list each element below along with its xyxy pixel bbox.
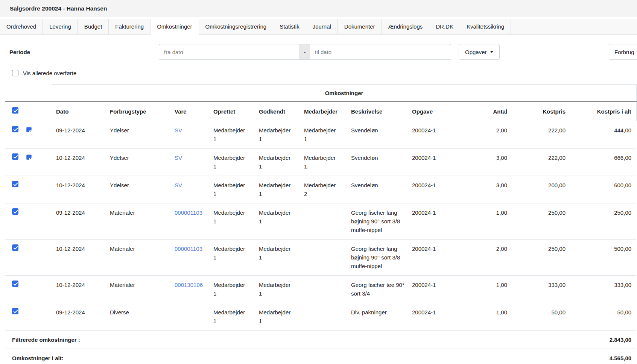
cell-antal: 3,00: [464, 149, 512, 176]
cell-godkendt: Medarbejder 1: [255, 276, 300, 303]
period-label: Periode: [9, 49, 159, 55]
tab-bar: OrdrehovedLeveringBudgetFaktureringOmkos…: [0, 19, 637, 35]
total-costs-row: Omkostninger i alt: 4.565,00: [5, 349, 636, 364]
tab-levering[interactable]: Levering: [43, 19, 78, 34]
cell-medarbejder: Medarbejder 1: [300, 121, 347, 149]
cell-medarbejder: [300, 276, 347, 303]
table-group-header: Omkostninger: [52, 85, 636, 102]
row-select-checkbox[interactable]: [12, 308, 18, 314]
tab-budget[interactable]: Budget: [78, 19, 109, 34]
forbrug-button[interactable]: Forbrug: [609, 44, 637, 60]
tab-kvalitetssikring[interactable]: Kvalitetssikring: [460, 19, 511, 34]
table-row: 09-12-2024DiverseMedarbejder 1Medarbejde…: [5, 303, 636, 331]
vare-link[interactable]: SV: [175, 182, 182, 188]
col-header-dato: Dato: [52, 102, 106, 121]
tab-omkostningsregistrering[interactable]: Omkostningsregistrering: [199, 19, 274, 34]
cell-beskrivelse: Georg fischer lang bøjning 90° sort 3/8 …: [347, 240, 408, 276]
cell-select: [5, 149, 52, 176]
col-header-oprettet: Oprettet: [209, 102, 255, 121]
table-header-row: DatoForbrugstypeVareOprettetGodkendtMeda…: [5, 102, 636, 121]
tab-journal[interactable]: Journal: [306, 19, 338, 34]
cell-opgave: 200024-1: [408, 203, 464, 240]
cell-opgave: 200024-1: [408, 149, 464, 176]
cell-antal: 1,00: [464, 303, 512, 331]
cell-godkendt: Medarbejder 1: [255, 303, 300, 331]
cell-oprettet: Medarbejder 1: [209, 240, 255, 276]
cell-dato: 10-12-2024: [52, 176, 106, 203]
cell-vare: SV: [170, 149, 209, 176]
to-date-input[interactable]: [310, 44, 451, 60]
cell-antal: 3,00: [464, 176, 512, 203]
row-select-checkbox[interactable]: [12, 126, 18, 132]
page-title: Salgsordre 200024 - Hanna Hansen: [10, 5, 107, 12]
cell-opgave: 200024-1: [408, 303, 464, 331]
period-input-group: -: [159, 44, 451, 60]
cell-dato: 10-12-2024: [52, 276, 106, 303]
cell-oprettet: Medarbejder 1: [209, 176, 255, 203]
cell-select: [5, 203, 52, 240]
cell-select: [5, 240, 52, 276]
select-all-header-cell: [5, 102, 52, 121]
col-header-godkendt: Godkendt: [255, 102, 300, 121]
cell-opgave: 200024-1: [408, 276, 464, 303]
cell-opgave: 200024-1: [408, 121, 464, 149]
cell-godkendt: Medarbejder 1: [255, 240, 300, 276]
row-select-checkbox[interactable]: [12, 208, 18, 215]
tab-ndringslogs[interactable]: Ændringslogs: [382, 19, 430, 34]
cell-antal: 1,00: [464, 203, 512, 240]
cell-medarbejder: [300, 240, 347, 276]
cell-dato: 09-12-2024: [52, 203, 106, 240]
show-transferred-checkbox[interactable]: [12, 70, 18, 76]
cell-oprettet: Medarbejder 1: [209, 149, 255, 176]
cell-select: [5, 276, 52, 303]
filter-section: Periode - Opgaver Forbrug: [0, 35, 637, 60]
cell-forbrugstype: Diverse: [106, 303, 170, 331]
note-icon[interactable]: [26, 126, 32, 133]
cell-forbrugstype: Materialer: [106, 240, 170, 276]
tab-omkostninger[interactable]: Omkostninger: [151, 19, 199, 35]
cell-godkendt: Medarbejder 1: [255, 121, 300, 149]
tab-dokumenter[interactable]: Dokumenter: [338, 19, 382, 34]
cell-medarbejder: [300, 303, 347, 331]
cell-oprettet: Medarbejder 1: [209, 121, 255, 149]
row-select-checkbox[interactable]: [12, 181, 18, 187]
table-row: 10-12-2024YdelserSVMedarbejder 1Medarbej…: [5, 149, 636, 176]
cell-antal: 1,00: [464, 276, 512, 303]
cell-kostpris_i_alt: 444,00: [570, 121, 636, 149]
cell-kostpris_i_alt: 333,00: [570, 276, 636, 303]
opgaver-dropdown-button[interactable]: Opgaver: [459, 44, 500, 60]
show-transferred-label: Vis allerede overførte: [23, 70, 76, 76]
tab-statistik[interactable]: Statistik: [273, 19, 306, 34]
vare-link[interactable]: 000001103: [175, 209, 202, 216]
row-select-checkbox[interactable]: [12, 244, 18, 251]
row-select-checkbox[interactable]: [12, 281, 18, 287]
tab-ordrehoved[interactable]: Ordrehoved: [0, 19, 43, 34]
cell-dato: 10-12-2024: [52, 240, 106, 276]
vare-link[interactable]: 000001103: [175, 246, 202, 252]
tab-fakturering[interactable]: Fakturering: [109, 19, 151, 34]
note-icon[interactable]: [26, 154, 32, 161]
cell-dato: 10-12-2024: [52, 149, 106, 176]
cell-medarbejder: Medarbejder 2: [300, 176, 347, 203]
vare-link[interactable]: SV: [175, 127, 182, 133]
cell-vare: [170, 303, 209, 331]
select-all-checkbox[interactable]: [12, 107, 18, 114]
cell-forbrugstype: Materialer: [106, 203, 170, 240]
row-select-checkbox[interactable]: [12, 153, 18, 160]
from-date-input[interactable]: [159, 44, 299, 60]
vare-link[interactable]: 000130106: [175, 282, 203, 288]
cell-godkendt: Medarbejder 1: [255, 203, 300, 240]
cell-vare: 000130106: [170, 276, 209, 303]
cell-forbrugstype: Ydelser: [106, 176, 170, 203]
tab-dr-dk[interactable]: DR.DK: [429, 19, 460, 34]
cell-dato: 09-12-2024: [52, 303, 106, 331]
cell-medarbejder: Medarbejder 1: [300, 149, 347, 176]
costs-table: Omkostninger DatoForbrugstypeVareOprette…: [5, 84, 636, 364]
cell-kostpris: 222,00: [512, 149, 570, 176]
window-title-bar: Salgsordre 200024 - Hanna Hansen: [0, 0, 637, 17]
filtered-costs-row: Filtrerede omkostninger : 2.843,00: [5, 331, 636, 349]
cell-select: [5, 121, 52, 149]
cell-select: [5, 176, 52, 203]
vare-link[interactable]: SV: [175, 155, 182, 161]
table-row: 10-12-2024Materialer000001103Medarbejder…: [5, 240, 636, 276]
